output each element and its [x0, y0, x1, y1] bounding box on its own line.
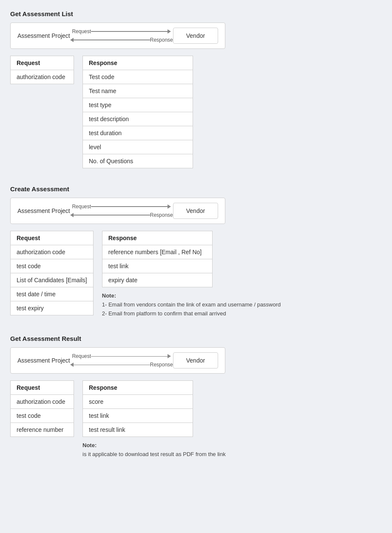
- response-arrowhead: [70, 213, 74, 217]
- response-header-get-assessment-list: Response: [83, 56, 193, 70]
- response-field-2: expiry date: [102, 273, 212, 287]
- section-get-assessment-list: Get Assessment ListAssessment Project Re…: [10, 10, 382, 168]
- request-header-get-assessment-list: Request: [11, 56, 74, 70]
- diagram-get-assessment-list: Assessment Project Request Response Vend…: [10, 23, 225, 49]
- section-get-assessment-result: Get Assessment ResultAssessment Project …: [10, 335, 382, 459]
- response-arrow-label: Response: [150, 37, 173, 43]
- left-label-get-assessment-result: Assessment Project: [17, 357, 70, 364]
- response-field-0: reference numbers [Email , Ref No]: [102, 245, 212, 259]
- section-title-get-assessment-list: Get Assessment List: [10, 10, 382, 17]
- response-arrow-label: Response: [150, 212, 173, 218]
- response-row: test link: [83, 409, 193, 423]
- response-arrow-create-assessment: Response: [70, 212, 173, 218]
- response-col-create-assessment: Responsereference numbers [Email , Ref N…: [102, 231, 281, 318]
- response-arrow-get-assessment-list: Response: [70, 37, 173, 43]
- response-row: Test name: [83, 84, 193, 98]
- request-row: authorization code: [11, 70, 74, 84]
- response-field-2: test type: [83, 98, 193, 112]
- request-arrowhead: [168, 204, 171, 209]
- request-line: [91, 356, 168, 357]
- request-header-create-assessment: Request: [11, 231, 94, 245]
- request-field-2: List of Candidates [Emails]: [11, 273, 94, 287]
- tables-row-get-assessment-list: Requestauthorization codeResponseTest co…: [10, 56, 382, 168]
- response-row: reference numbers [Email , Ref No]: [102, 245, 212, 259]
- request-row: List of Candidates [Emails]: [11, 273, 94, 287]
- right-label-get-assessment-result: Vendor: [173, 352, 218, 369]
- response-arrowhead: [70, 363, 74, 367]
- note-get-assessment-result: Note:is it applicable to download test r…: [82, 441, 226, 459]
- response-row: expiry date: [102, 273, 212, 287]
- response-col-get-assessment-result: Responsescoretest linktest result linkNo…: [82, 380, 226, 459]
- response-line: [74, 215, 150, 215]
- request-field-4: test expiry: [11, 301, 94, 315]
- request-field-0: authorization code: [11, 70, 74, 84]
- response-field-0: Test code: [83, 70, 193, 84]
- response-field-1: test link: [83, 409, 193, 423]
- response-table-get-assessment-result: Responsescoretest linktest result link: [82, 380, 193, 437]
- arrow-container-get-assessment-result: Request Response: [70, 352, 173, 369]
- request-arrow-label: Request: [72, 28, 91, 34]
- response-row: No. of Questions: [83, 154, 193, 168]
- request-arrow-get-assessment-result: Request: [72, 353, 171, 359]
- note-label-get-assessment-result: Note:: [82, 442, 97, 448]
- request-field-0: authorization code: [11, 245, 94, 259]
- note-line-1: 2- Email from platform to confirm that e…: [102, 310, 226, 317]
- response-table-create-assessment: Responsereference numbers [Email , Ref N…: [102, 231, 213, 287]
- tables-row-get-assessment-result: Requestauthorization codetest coderefere…: [10, 380, 382, 459]
- section-title-get-assessment-result: Get Assessment Result: [10, 335, 382, 342]
- request-arrow-label: Request: [72, 204, 91, 210]
- section-create-assessment: Create AssessmentAssessment Project Requ…: [10, 185, 382, 318]
- response-row: Test code: [83, 70, 193, 84]
- response-table-get-assessment-list: ResponseTest codeTest nametest typetest …: [82, 56, 193, 168]
- request-line: [91, 31, 168, 32]
- request-line: [91, 206, 168, 207]
- response-field-2: test result link: [83, 423, 193, 437]
- diagram-create-assessment: Assessment Project Request Response Vend…: [10, 198, 225, 224]
- request-header-get-assessment-result: Request: [11, 381, 74, 395]
- response-row: test duration: [83, 126, 193, 140]
- response-header-create-assessment: Response: [102, 231, 212, 245]
- response-line: [74, 365, 150, 366]
- request-arrow-label: Request: [72, 353, 91, 359]
- response-field-0: score: [83, 395, 193, 409]
- request-field-3: test date / time: [11, 287, 94, 301]
- response-field-1: Test name: [83, 84, 193, 98]
- request-row: test expiry: [11, 301, 94, 315]
- response-line: [74, 40, 150, 40]
- arrow-container-get-assessment-list: Request Response: [70, 27, 173, 44]
- response-arrow-get-assessment-result: Response: [70, 362, 173, 368]
- request-arrowhead: [168, 354, 171, 358]
- diagram-get-assessment-result: Assessment Project Request Response Vend…: [10, 347, 225, 374]
- response-row: test result link: [83, 423, 193, 437]
- note-line-0: 1- Email from vendors contain the link o…: [102, 301, 281, 308]
- response-row: test type: [83, 98, 193, 112]
- response-header-get-assessment-result: Response: [83, 381, 193, 395]
- note-label-create-assessment: Note:: [102, 292, 116, 299]
- response-row: test link: [102, 259, 212, 273]
- note-line-0: is it applicable to download test result…: [82, 451, 226, 457]
- arrow-container-create-assessment: Request Response: [70, 202, 173, 219]
- right-label-create-assessment: Vendor: [173, 203, 218, 219]
- request-row: test code: [11, 259, 94, 273]
- request-row: test code: [11, 409, 74, 423]
- request-arrow-create-assessment: Request: [72, 204, 171, 210]
- response-field-1: test link: [102, 259, 212, 273]
- request-row: reference number: [11, 423, 74, 437]
- request-table-get-assessment-list: Requestauthorization code: [10, 56, 74, 84]
- request-row: authorization code: [11, 395, 74, 409]
- tables-row-create-assessment: Requestauthorization codetest codeList o…: [10, 231, 382, 318]
- request-table-get-assessment-result: Requestauthorization codetest coderefere…: [10, 380, 74, 437]
- request-table-create-assessment: Requestauthorization codetest codeList o…: [10, 231, 94, 315]
- section-title-create-assessment: Create Assessment: [10, 185, 382, 193]
- request-row: test date / time: [11, 287, 94, 301]
- request-field-0: authorization code: [11, 395, 74, 409]
- response-row: score: [83, 395, 193, 409]
- note-create-assessment: Note:1- Email from vendors contain the l…: [102, 292, 281, 318]
- left-label-get-assessment-list: Assessment Project: [17, 32, 70, 39]
- left-label-create-assessment: Assessment Project: [17, 207, 70, 214]
- response-arrowhead: [70, 38, 74, 42]
- request-field-2: reference number: [11, 423, 74, 437]
- request-arrow-get-assessment-list: Request: [72, 28, 171, 34]
- response-field-4: test duration: [83, 126, 193, 140]
- response-field-6: No. of Questions: [83, 154, 193, 168]
